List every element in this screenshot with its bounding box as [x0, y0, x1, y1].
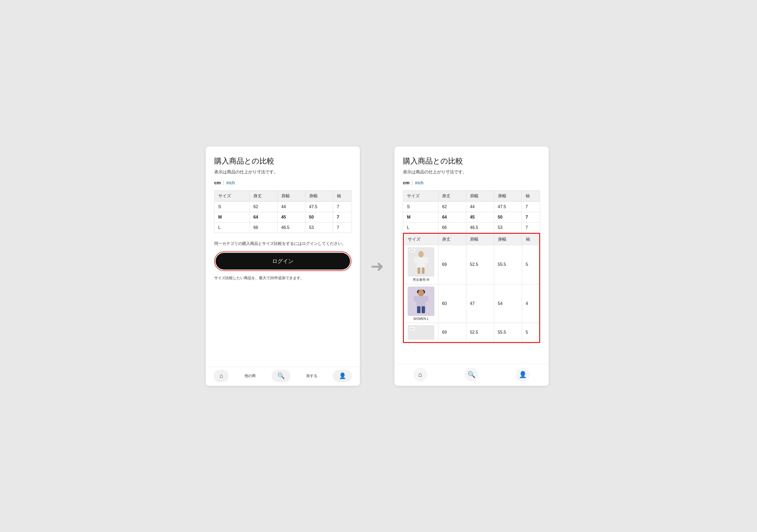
- person-svg-2: [412, 289, 430, 313]
- comp-product-label-2: WOMEN L: [408, 317, 434, 321]
- cell-body: 62: [438, 202, 466, 212]
- svg-rect-2: [414, 257, 418, 263]
- comp-shoulder-1: 52.5: [466, 245, 494, 284]
- right-bottom-nav: ⌂ 🔍 👤: [394, 364, 549, 386]
- tag-badge-3: ユニ: [409, 326, 416, 331]
- right-header-shoulder: 肩幅: [466, 190, 494, 202]
- comp-product-label-1: 男女兼用 M: [408, 278, 434, 282]
- svg-rect-3: [424, 257, 428, 263]
- arrow-indicator: ➜: [371, 257, 384, 275]
- left-phone: 購入商品との比較 表示は商品の仕上がり寸法です。 cm inch サイズ 身丈 …: [206, 146, 360, 386]
- right-header-body: 身丈: [438, 190, 466, 202]
- table-row: M 64 45 50 7: [215, 212, 351, 222]
- right-subtitle: 表示は商品の仕上がり寸法です。: [403, 169, 540, 175]
- cell-sleeve: 7: [522, 222, 540, 233]
- comp-header-shoulder: 肩幅: [466, 234, 494, 245]
- cell-size: L: [403, 222, 438, 233]
- left-header-body: 身丈: [250, 190, 278, 202]
- comp-product-cell: ユニ: [404, 245, 438, 284]
- right-page-title: 購入商品との比較: [403, 156, 540, 166]
- main-container: 購入商品との比較 表示は商品の仕上がり寸法です。 cm inch サイズ 身丈 …: [206, 146, 551, 386]
- table-row: L 66 46.5 53 7: [215, 222, 351, 233]
- login-section: 同一カテゴリの購入商品とサイズ比較をするにはログインしてください。 ログイン サ…: [214, 233, 351, 289]
- cell-width: 47.5: [494, 202, 522, 212]
- comp-body-1: 69: [438, 245, 466, 284]
- left-unit-toggle: cm inch: [214, 180, 351, 186]
- comp-width-3: 55.5: [494, 323, 522, 342]
- cell-shoulder: 45: [277, 212, 305, 222]
- cell-body: 64: [250, 212, 278, 222]
- table-row: M 64 45 50 7: [403, 212, 540, 222]
- cell-width: 53: [494, 222, 522, 233]
- svg-rect-15: [422, 306, 425, 313]
- svg-rect-4: [418, 267, 420, 274]
- product-image-1: ユニ: [408, 247, 434, 276]
- right-header-sleeve: 袖: [522, 190, 540, 202]
- right-nav-search[interactable]: 🔍: [465, 368, 478, 382]
- cell-shoulder: 44: [466, 202, 494, 212]
- cell-size: M: [403, 212, 438, 222]
- left-header-size: サイズ: [215, 190, 250, 202]
- left-unit-inch[interactable]: inch: [227, 180, 235, 186]
- search-icon: 🔍: [468, 371, 475, 378]
- left-nav-search[interactable]: 🔍: [272, 370, 290, 382]
- left-nav-profile[interactable]: 👤: [333, 370, 352, 382]
- comp-header-size: サイズ: [404, 234, 438, 245]
- login-button-wrapper: ログイン: [214, 252, 351, 271]
- cell-width: 53: [305, 222, 333, 233]
- cell-body: 64: [438, 212, 466, 222]
- comp-sleeve-1: 5: [522, 245, 539, 284]
- right-unit-toggle: cm inch: [403, 180, 540, 186]
- comparison-section: サイズ 身丈 肩幅 身幅 袖 ユニ: [403, 233, 540, 343]
- comparison-row: WOMEN L 60 47 54 4: [404, 284, 539, 323]
- cell-width: 47.5: [305, 202, 333, 212]
- cell-size: L: [215, 222, 250, 233]
- cell-sleeve: 7: [333, 222, 351, 233]
- table-row: S 62 44 47.5 7: [215, 202, 351, 212]
- search-icon: 🔍: [278, 372, 285, 379]
- comp-body-2: 60: [438, 284, 466, 323]
- left-page-title: 購入商品との比較: [214, 156, 351, 166]
- right-phone: 購入商品との比較 表示は商品の仕上がり寸法です。 cm inch サイズ 身丈 …: [394, 146, 549, 386]
- right-unit-inch[interactable]: inch: [415, 180, 423, 186]
- comp-header-body: 身丈: [438, 234, 466, 245]
- right-size-table: サイズ 身丈 肩幅 身幅 袖 S 62 44 47.5 7: [403, 190, 540, 233]
- person-svg-1: [412, 250, 430, 274]
- svg-point-0: [418, 251, 424, 257]
- comp-header-width: 身幅: [494, 234, 522, 245]
- cell-width: 50: [305, 212, 333, 222]
- svg-rect-1: [416, 257, 426, 268]
- cell-body: 66: [250, 222, 278, 233]
- comparison-table: サイズ 身丈 肩幅 身幅 袖 ユニ: [404, 234, 539, 342]
- left-nav-home[interactable]: ⌂: [214, 370, 229, 382]
- comp-product-cell: WOMEN L: [404, 284, 438, 323]
- table-row: S 62 44 47.5 7: [403, 202, 540, 212]
- cell-sleeve: 7: [333, 212, 351, 222]
- left-unit-divider: [224, 180, 224, 185]
- svg-point-10: [418, 290, 424, 297]
- cell-width: 50: [494, 212, 522, 222]
- cell-sleeve: 7: [522, 212, 540, 222]
- left-header-width: 身幅: [305, 190, 333, 202]
- left-header-shoulder: 肩幅: [277, 190, 305, 202]
- left-size-table: サイズ 身丈 肩幅 身幅 袖 S 62 44 47.5 7: [214, 190, 351, 233]
- svg-rect-5: [422, 267, 424, 274]
- left-unit-cm[interactable]: cm: [214, 180, 221, 186]
- product-image-2: [408, 287, 434, 316]
- left-bottom-nav: ⌂ 他の商 🔍 加する 👤: [206, 366, 360, 386]
- cell-sleeve: 7: [522, 202, 540, 212]
- cell-size: S: [403, 202, 438, 212]
- right-unit-cm[interactable]: cm: [403, 180, 409, 186]
- cell-shoulder: 44: [277, 202, 305, 212]
- login-button[interactable]: ログイン: [216, 253, 350, 269]
- svg-rect-11: [416, 296, 426, 307]
- cell-shoulder: 46.5: [277, 222, 305, 233]
- right-nav-home[interactable]: ⌂: [413, 368, 427, 382]
- right-nav-profile[interactable]: 👤: [516, 368, 530, 382]
- comp-width-1: 55.5: [494, 245, 522, 284]
- left-subtitle: 表示は商品の仕上がり寸法です。: [214, 169, 351, 175]
- tag-badge-1: ユニ: [409, 248, 416, 253]
- cell-size: M: [215, 212, 250, 222]
- comp-product-cell: ユニ: [404, 323, 438, 342]
- cell-size: S: [215, 202, 250, 212]
